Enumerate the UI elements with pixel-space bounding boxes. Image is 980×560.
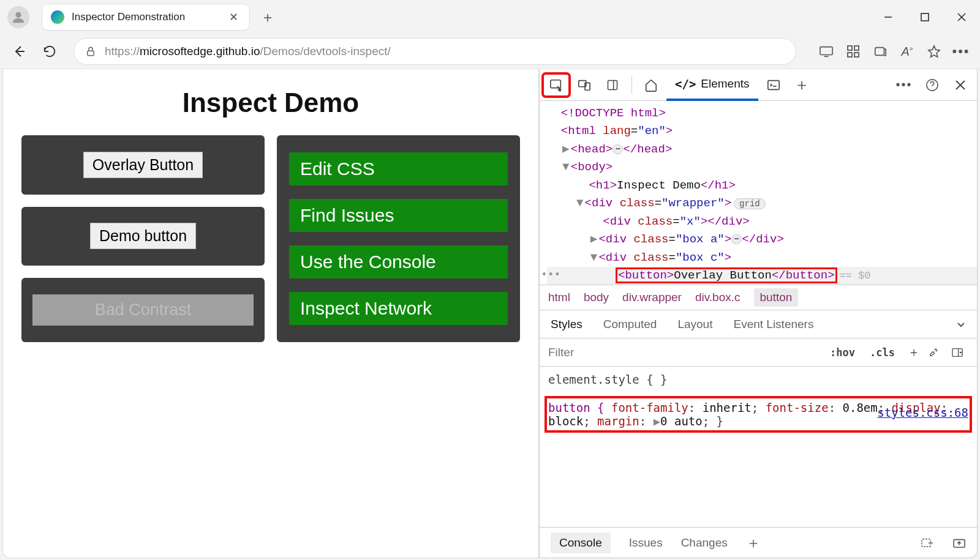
- styles-filter-input[interactable]: [547, 345, 820, 360]
- crumb[interactable]: div.box.c: [695, 291, 741, 304]
- svg-rect-7: [848, 46, 852, 50]
- inspect-element-button[interactable]: [543, 74, 569, 96]
- dock-button[interactable]: [600, 74, 625, 96]
- plus-icon: ＋: [794, 74, 810, 95]
- subtab-eventlisteners[interactable]: Event Listeners: [733, 318, 813, 331]
- brush-icon: [928, 347, 939, 358]
- device-toggle-button[interactable]: [571, 74, 597, 96]
- demo-button[interactable]: Demo button: [90, 223, 196, 249]
- paint-button[interactable]: [928, 347, 946, 358]
- titlebar: Inspector Demonstration ✕ ＋: [0, 0, 980, 34]
- subtab-layout[interactable]: Layout: [677, 318, 712, 331]
- more-button[interactable]: •••: [948, 39, 974, 64]
- address-bar[interactable]: https://microsoftedge.github.io/Demos/de…: [74, 38, 796, 65]
- close-icon: [957, 13, 966, 21]
- svg-rect-6: [820, 47, 832, 55]
- element-style-rule: element.style { }: [548, 373, 968, 386]
- svg-rect-2: [921, 13, 929, 21]
- refresh-button[interactable]: [37, 39, 62, 64]
- console-panel-button[interactable]: [761, 74, 786, 96]
- svg-rect-10: [854, 53, 859, 57]
- page-heading: Inspect Demo: [21, 88, 520, 118]
- crumb[interactable]: html: [548, 291, 570, 304]
- maximize-button[interactable]: [907, 0, 943, 34]
- styles-subtabs: Styles Computed Layout Event Listeners: [540, 310, 977, 338]
- drawer-expand-button[interactable]: [952, 537, 966, 548]
- lock-icon: [85, 46, 96, 57]
- demo-link[interactable]: Use the Console: [289, 245, 508, 278]
- drawer-tab-changes[interactable]: Changes: [681, 536, 728, 550]
- tab-close-button[interactable]: ✕: [227, 10, 241, 24]
- help-button[interactable]: [919, 74, 945, 96]
- overlay-button[interactable]: Overlay Button: [83, 152, 203, 178]
- hov-toggle[interactable]: :hov: [825, 346, 860, 359]
- dom-breadcrumbs: html body div.wrapper div.box.c button: [540, 285, 977, 310]
- new-tab-button[interactable]: ＋: [256, 6, 279, 29]
- more-icon: •••: [952, 43, 970, 59]
- star-icon: [927, 45, 941, 58]
- drawer-tab-issues[interactable]: Issues: [629, 536, 663, 550]
- home-icon: [644, 78, 658, 92]
- cls-toggle[interactable]: .cls: [865, 346, 900, 359]
- address-toolbar: https://microsoftedge.github.io/Demos/de…: [0, 34, 980, 69]
- panel-icon: [951, 348, 963, 357]
- back-button[interactable]: [6, 39, 32, 64]
- devtools-drawer: Console Issues Changes ＋: [540, 527, 977, 558]
- edge-favicon-icon: [51, 10, 64, 24]
- inspect-icon: [549, 78, 563, 92]
- demo-box: Bad Contrast: [21, 278, 265, 342]
- crumb[interactable]: body: [584, 291, 609, 304]
- styles-body[interactable]: styles.css:68 element.style { } button {…: [540, 367, 977, 527]
- console-icon: [767, 79, 780, 91]
- collections-button[interactable]: [867, 39, 893, 64]
- devtools-panel: </> Elements ＋ ••• <!DOCTYPE html> <html…: [539, 69, 978, 558]
- dom-tree[interactable]: <!DOCTYPE html> <html lang="en"> ▶<head>…: [540, 101, 977, 285]
- issues-icon: [921, 537, 934, 548]
- drawer-add-button[interactable]: ＋: [746, 533, 761, 553]
- svg-rect-12: [551, 80, 561, 88]
- demo-link[interactable]: Inspect Network: [289, 292, 508, 325]
- demo-link[interactable]: Find Issues: [289, 199, 508, 232]
- apps-button[interactable]: [840, 39, 866, 64]
- demo-box: Demo button: [21, 207, 265, 266]
- read-aloud-icon: A»: [902, 45, 913, 59]
- close-window-button[interactable]: [943, 0, 980, 34]
- arrow-left-icon: [12, 44, 26, 59]
- devtools-close-button[interactable]: [948, 74, 973, 96]
- devtools-kebab-button[interactable]: •••: [891, 74, 917, 96]
- svg-rect-9: [848, 53, 852, 57]
- collections-icon: [873, 45, 887, 58]
- new-style-rule-button[interactable]: ＋: [905, 344, 923, 360]
- subtab-expand-button[interactable]: [956, 319, 966, 329]
- dom-content: <!DOCTYPE html> <html lang="en"> ▶<head>…: [547, 105, 977, 285]
- profile-avatar[interactable]: [7, 6, 29, 28]
- devtools-toolbar: </> Elements ＋ •••: [540, 69, 977, 101]
- screencast-button[interactable]: [813, 39, 839, 64]
- tab-elements[interactable]: </> Elements: [666, 69, 758, 101]
- source-link[interactable]: styles.css:68: [877, 406, 968, 419]
- favorite-button[interactable]: [921, 39, 947, 64]
- screencast-icon: [820, 45, 833, 58]
- add-tab-button[interactable]: ＋: [789, 74, 815, 96]
- url-text: https://microsoftedge.github.io/Demos/de…: [105, 45, 391, 58]
- read-aloud-button[interactable]: A»: [894, 39, 920, 64]
- browser-chrome: Inspector Demonstration ✕ ＋ https://micr…: [0, 0, 980, 69]
- tab-title: Inspector Demonstration: [72, 11, 227, 23]
- web-page: Inspect Demo Overlay Button Edit CSS Fin…: [2, 69, 539, 558]
- demo-grid: Overlay Button Edit CSS Find Issues Use …: [21, 135, 520, 342]
- subtab-computed[interactable]: Computed: [603, 318, 657, 331]
- chevron-down-icon: [956, 319, 966, 329]
- minimize-button[interactable]: [870, 0, 907, 34]
- drawer-tab-console[interactable]: Console: [551, 532, 611, 553]
- computed-toggle-button[interactable]: [951, 348, 970, 357]
- crumb[interactable]: div.wrapper: [622, 291, 682, 304]
- bad-contrast-button[interactable]: Bad Contrast: [32, 294, 254, 326]
- styles-toolbar: :hov .cls ＋: [540, 338, 977, 367]
- welcome-button[interactable]: [638, 74, 664, 96]
- window-controls: [870, 0, 980, 34]
- browser-tab[interactable]: Inspector Demonstration ✕: [42, 4, 250, 31]
- drawer-issues-icon-button[interactable]: [921, 537, 934, 548]
- demo-link[interactable]: Edit CSS: [289, 152, 508, 185]
- subtab-styles[interactable]: Styles: [551, 318, 582, 331]
- crumb-active[interactable]: button: [754, 288, 799, 307]
